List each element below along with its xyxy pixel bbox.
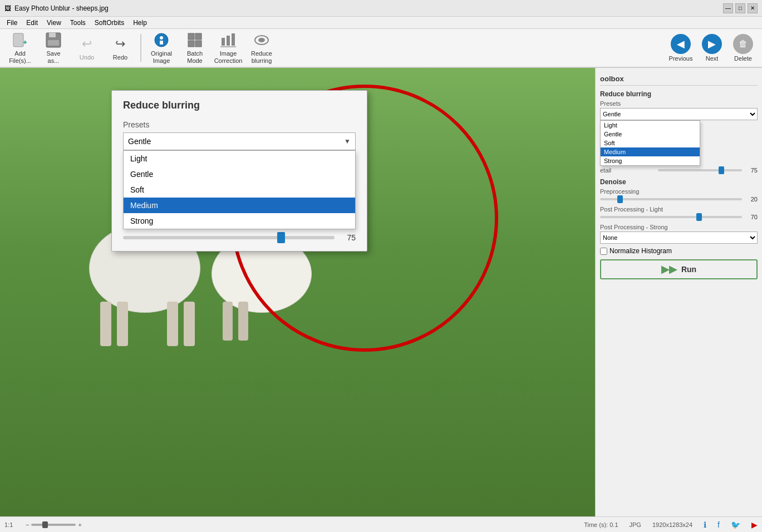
sidebar-presets-label: Presets	[600, 100, 758, 107]
next-button[interactable]: ▶ Next	[697, 31, 726, 65]
preset-option-gentle[interactable]: Gentle	[124, 166, 355, 182]
batch-mode-icon	[186, 31, 204, 49]
sidebar-detail-row: etail 75	[600, 167, 758, 174]
detail-slider[interactable]	[123, 236, 335, 239]
menu-file[interactable]: File	[2, 18, 22, 28]
sidebar-post-strong-label: Post Processing - Strong	[600, 224, 758, 230]
original-image-label: OriginalImage	[151, 50, 172, 65]
separator-1	[140, 34, 141, 62]
batch-mode-button[interactable]: BatchMode	[179, 31, 210, 65]
nav-buttons: ◀ Previous ▶ Next 🗑 Delete	[666, 31, 758, 65]
add-file-button[interactable]: AddFile(s)...	[4, 31, 36, 65]
maximize-button[interactable]: □	[735, 3, 745, 13]
sidebar-post-light-slider[interactable]	[600, 216, 742, 218]
undo-icon: ↩	[78, 35, 96, 53]
svg-point-18	[258, 38, 265, 42]
sidebar-opt-strong[interactable]: Strong	[601, 156, 700, 165]
image-correction-icon	[219, 31, 237, 49]
preset-option-strong[interactable]: Strong	[124, 213, 355, 229]
preset-dropdown-button[interactable]: Gentle ▼	[123, 132, 356, 150]
delete-button[interactable]: 🗑 Delete	[729, 31, 758, 65]
zoom-in-icon[interactable]: +	[78, 521, 81, 528]
sidebar-opt-light[interactable]: Light	[601, 121, 700, 130]
zoom-level: 1:1	[4, 521, 21, 528]
delete-icon: 🗑	[733, 34, 753, 54]
sidebar-preprocessing-label: Preprocessing	[600, 188, 758, 195]
save-icon	[45, 31, 62, 49]
sidebar-preset-select[interactable]: Gentle	[600, 108, 758, 120]
preset-option-medium[interactable]: Medium	[124, 198, 355, 213]
sheep-leg-6	[238, 302, 248, 341]
svg-point-6	[155, 33, 168, 47]
normalize-label: Normalize Histogram	[609, 247, 672, 255]
status-left: 1:1 − +	[4, 521, 82, 528]
sidebar-preprocessing-slider[interactable]	[600, 198, 742, 200]
sidebar-preset-container: Gentle Light Gentle Soft Medium Strong	[600, 108, 758, 122]
next-icon: ▶	[702, 34, 722, 54]
preset-selected-value: Gentle	[128, 137, 151, 146]
svg-rect-13	[222, 38, 225, 46]
image-dimensions: 1920x1283x24	[652, 521, 692, 528]
reduce-blurring-button[interactable]: Reduceblurring	[246, 31, 277, 65]
previous-button[interactable]: ◀ Previous	[666, 31, 695, 65]
toolbar: AddFile(s)... Saveas... ↩ Undo ↪ Redo	[0, 29, 762, 68]
add-file-icon	[11, 31, 29, 49]
sidebar-opt-medium[interactable]: Medium	[601, 147, 700, 156]
facebook-icon[interactable]: f	[717, 520, 720, 529]
svg-rect-4	[49, 33, 56, 37]
reduce-blurring-label: Reduceblurring	[251, 50, 272, 65]
normalize-checkbox[interactable]	[600, 248, 607, 255]
sidebar-opt-gentle[interactable]: Gentle	[601, 130, 700, 139]
image-correction-button[interactable]: ImageCorrection	[213, 31, 244, 65]
sidebar-opt-soft[interactable]: Soft	[601, 139, 700, 147]
sidebar-title: oolbox	[600, 72, 758, 86]
redo-label: Redo	[113, 54, 127, 61]
sidebar-post-light-thumb[interactable]	[696, 213, 702, 221]
menu-view[interactable]: View	[42, 18, 66, 28]
menu-bar: File Edit View Tools SoftOrbits Help	[0, 17, 762, 29]
redo-icon: ↪	[111, 35, 129, 53]
save-as-button[interactable]: Saveas...	[38, 31, 69, 65]
detail-thumb[interactable]	[277, 232, 285, 243]
sidebar-detail-slider[interactable]	[658, 169, 742, 171]
sidebar-preprocessing-row: 20	[600, 196, 758, 203]
run-button[interactable]: ▶▶ Run	[600, 259, 758, 279]
zoom-out-icon[interactable]: −	[26, 521, 29, 528]
close-button[interactable]: ✕	[748, 3, 758, 13]
twitter-icon[interactable]: 🐦	[731, 520, 740, 529]
sidebar-preprocessing-thumb[interactable]	[617, 195, 623, 203]
undo-button[interactable]: ↩ Undo	[71, 31, 102, 65]
sidebar-preprocessing-value: 20	[744, 196, 758, 203]
next-label: Next	[706, 55, 719, 62]
menu-tools[interactable]: Tools	[66, 18, 90, 28]
svg-rect-9	[188, 33, 194, 40]
minimize-button[interactable]: —	[723, 3, 733, 13]
sidebar-post-strong-select[interactable]: None	[600, 231, 758, 244]
image-canvas[interactable]: Reduce blurring Presets Gentle ▼ Light G…	[0, 68, 595, 516]
sidebar-detail-thumb[interactable]	[719, 166, 724, 174]
detail-row: 75	[123, 233, 356, 242]
redo-button[interactable]: ↪ Redo	[105, 31, 136, 65]
sidebar-reduce-blurring-header: Reduce blurring	[600, 90, 758, 98]
panel-title: Reduce blurring	[123, 100, 356, 111]
right-sidebar: oolbox Reduce blurring Presets Gentle Li…	[595, 68, 762, 516]
youtube-icon[interactable]: ▶	[751, 520, 758, 529]
sidebar-post-light-value: 70	[744, 214, 758, 220]
menu-edit[interactable]: Edit	[22, 18, 42, 28]
preset-option-light[interactable]: Light	[124, 151, 355, 166]
file-format: JPG	[630, 521, 641, 528]
original-image-button[interactable]: OriginalImage	[146, 31, 177, 65]
svg-point-7	[160, 36, 163, 40]
zoom-slider[interactable]	[31, 524, 76, 526]
delete-label: Delete	[734, 55, 752, 62]
dropdown-arrow-icon: ▼	[344, 137, 351, 145]
svg-rect-14	[227, 36, 230, 46]
sidebar-normalize-row: Normalize Histogram	[600, 247, 758, 255]
sheep-leg-2	[117, 302, 128, 346]
info-icon[interactable]: ℹ	[704, 520, 706, 529]
preset-option-soft[interactable]: Soft	[124, 182, 355, 198]
menu-softorbits[interactable]: SoftOrbits	[90, 18, 129, 28]
menu-help[interactable]: Help	[129, 18, 151, 28]
zoom-thumb[interactable]	[42, 521, 48, 528]
undo-label: Undo	[80, 54, 94, 61]
